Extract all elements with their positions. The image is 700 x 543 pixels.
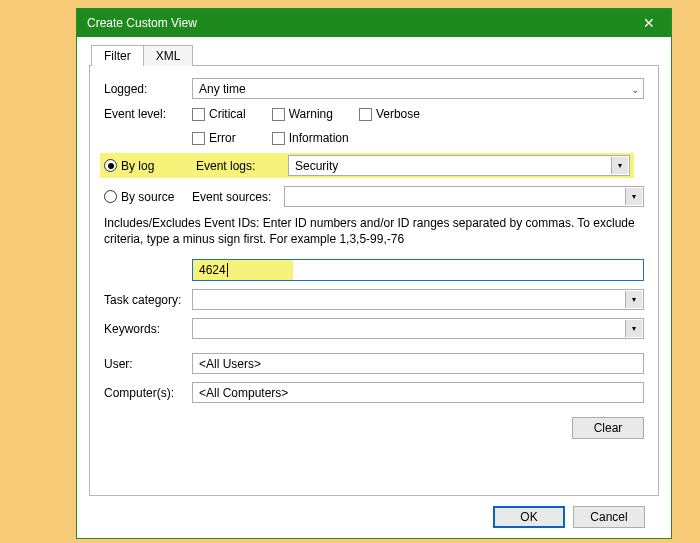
dialog-footer: OK Cancel xyxy=(89,496,659,528)
level-error[interactable]: Error xyxy=(192,131,236,145)
event-ids-instructions: Includes/Excludes Event IDs: Enter ID nu… xyxy=(104,215,644,247)
ok-button[interactable]: OK xyxy=(493,506,565,528)
dialog-create-custom-view: Create Custom View ✕ Filter XML Logged: … xyxy=(76,8,672,539)
logged-label: Logged: xyxy=(104,82,192,96)
computers-label: Computer(s): xyxy=(104,386,192,400)
event-logs-label: Event logs: xyxy=(196,159,288,173)
level-verbose[interactable]: Verbose xyxy=(359,107,420,121)
computers-input[interactable]: <All Computers> xyxy=(192,382,644,403)
event-level-label: Event level: xyxy=(104,107,192,121)
level-information[interactable]: Information xyxy=(272,131,349,145)
dropdown-arrow-icon: ▾ xyxy=(625,291,642,308)
tab-filter[interactable]: Filter xyxy=(91,45,144,66)
tab-xml[interactable]: XML xyxy=(143,45,194,66)
task-category-label: Task category: xyxy=(104,293,192,307)
dialog-body: Filter XML Logged: Any time ⌄ Event leve… xyxy=(77,37,671,538)
clear-button[interactable]: Clear xyxy=(572,417,644,439)
event-ids-input[interactable]: 4624 xyxy=(192,259,644,281)
event-sources-dropdown[interactable]: ▾ xyxy=(284,186,644,207)
close-icon: ✕ xyxy=(643,15,655,31)
cancel-button[interactable]: Cancel xyxy=(573,506,645,528)
dropdown-arrow-icon: ▾ xyxy=(625,320,642,337)
user-input[interactable]: <All Users> xyxy=(192,353,644,374)
filter-panel: Logged: Any time ⌄ Event level: Critical… xyxy=(89,65,659,496)
dropdown-arrow-icon: ▾ xyxy=(611,157,628,174)
user-label: User: xyxy=(104,357,192,371)
radio-by-source[interactable]: By source xyxy=(104,190,192,204)
logged-dropdown[interactable]: Any time ⌄ xyxy=(192,78,644,99)
chevron-down-icon: ⌄ xyxy=(631,83,639,94)
titlebar[interactable]: Create Custom View ✕ xyxy=(77,9,671,37)
radio-by-log[interactable]: By log xyxy=(104,159,196,173)
level-critical[interactable]: Critical xyxy=(192,107,246,121)
dropdown-arrow-icon: ▾ xyxy=(625,188,642,205)
close-button[interactable]: ✕ xyxy=(627,9,671,37)
event-logs-dropdown[interactable]: Security ▾ xyxy=(288,155,630,176)
task-category-dropdown[interactable]: ▾ xyxy=(192,289,644,310)
tabs: Filter XML xyxy=(91,45,659,66)
keywords-dropdown[interactable]: ▾ xyxy=(192,318,644,339)
level-warning[interactable]: Warning xyxy=(272,107,333,121)
event-sources-label: Event sources: xyxy=(192,190,284,204)
title-text: Create Custom View xyxy=(87,16,197,30)
keywords-label: Keywords: xyxy=(104,322,192,336)
